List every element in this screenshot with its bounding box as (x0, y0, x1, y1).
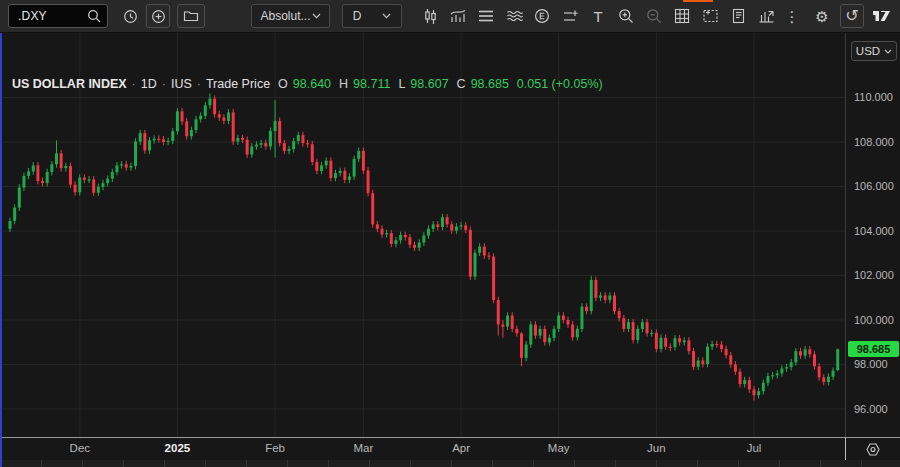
zoom-out-button[interactable] (640, 5, 668, 27)
tradingview-home-button[interactable] (870, 4, 894, 28)
zoom-in-button[interactable] (612, 5, 640, 27)
chart-settings-button[interactable]: ⚙ (810, 4, 834, 28)
chart-type-button[interactable] (416, 5, 444, 27)
snapshot-icon (702, 8, 719, 24)
open-layout-folder-button[interactable] (177, 4, 205, 28)
grid-layout-icon (674, 8, 690, 24)
chevron-down-icon (884, 49, 892, 54)
events-button[interactable] (528, 5, 556, 27)
hexagon-settings-icon (865, 442, 881, 457)
undo-button[interactable]: ↺ (840, 4, 864, 28)
price-tick-label: 100.000 (854, 314, 894, 326)
chart-legend[interactable]: US DOLLAR INDEX · 1D · IUS · Trade Price… (12, 77, 603, 91)
legend-separator: · (197, 77, 201, 91)
stacked-lines-icon (478, 9, 494, 23)
high-label: H (339, 77, 348, 91)
add-symbol-button[interactable] (146, 4, 170, 28)
time-tick-label: Apr (452, 442, 470, 454)
low-value: 98.607 (410, 77, 448, 91)
kebab-menu-icon: ⋮ (785, 9, 800, 24)
open-label: O (278, 77, 288, 91)
close-label: C (457, 77, 466, 91)
zoom-in-icon (618, 8, 634, 24)
left-edge-accent-line (0, 33, 2, 467)
high-value: 98.711 (353, 77, 390, 91)
bar-replay-clock-button[interactable] (118, 4, 142, 28)
price-tick-label: 108.000 (854, 136, 894, 148)
search-icon (87, 9, 101, 23)
time-tick-label: Dec (70, 442, 90, 454)
symbol-search-box[interactable]: .DXY (8, 4, 108, 28)
snapshot-button[interactable] (696, 5, 724, 27)
tool-icon-group: T (416, 5, 780, 27)
candlestick-icon (422, 8, 439, 25)
price-tick-label: 106.000 (854, 180, 894, 192)
waves-pattern-button[interactable] (500, 5, 528, 27)
price-tick-label: 102.000 (854, 269, 894, 281)
symbol-text: .DXY (18, 9, 87, 23)
candlestick-chart-canvas[interactable] (0, 33, 845, 437)
more-options-button[interactable]: ⋮ (780, 4, 804, 28)
alert-button[interactable] (556, 5, 584, 27)
last-price-badge: 98.685 (848, 341, 899, 357)
legend-interval: 1D (141, 77, 157, 91)
legend-exchange: IUS (171, 77, 192, 91)
price-tick-label: 98.000 (854, 358, 888, 370)
folder-icon (183, 9, 199, 23)
price-tick-label: 104.000 (854, 225, 894, 237)
legend-series-type: Trade Price (206, 77, 270, 91)
indicators-icon (449, 8, 467, 24)
time-tick-label: 2025 (165, 442, 191, 454)
text-tool-button[interactable]: T (584, 5, 612, 27)
undo-icon: ↺ (845, 8, 858, 24)
tradingview-chart-window: .DXY Absolut... D (0, 0, 900, 467)
time-tick-label: Jul (747, 442, 762, 454)
chevron-down-icon (312, 13, 321, 19)
time-tick-label: Feb (265, 442, 285, 454)
chart-export-icon (758, 8, 775, 24)
price-tick-label: 110.000 (854, 91, 893, 103)
clock-icon (123, 9, 138, 24)
layout-lines-button[interactable] (472, 5, 500, 27)
time-axis[interactable]: Dec2025FebMarAprMayJunJul (0, 437, 845, 460)
time-tick-label: Jun (647, 442, 666, 454)
open-value: 98.640 (293, 77, 331, 91)
tradingview-logo (872, 9, 892, 23)
currency-label: USD (856, 45, 880, 57)
price-axis[interactable]: USD 110.000108.000106.000104.000102.0001… (845, 33, 900, 437)
axis-settings-corner[interactable] (845, 437, 900, 460)
waves-icon (506, 9, 523, 23)
multichart-layout-button[interactable] (668, 5, 696, 27)
low-label: L (398, 77, 405, 91)
publish-idea-button[interactable] (724, 5, 752, 27)
top-toolbar: .DXY Absolut... D (0, 0, 900, 33)
legend-separator: · (132, 77, 136, 91)
price-tick-label: 96.000 (854, 403, 888, 415)
chevron-down-icon (382, 13, 391, 19)
time-tick-label: Mar (353, 442, 373, 454)
loading-indicator (683, 0, 713, 2)
bottom-strip (0, 460, 900, 467)
legend-separator: · (162, 77, 166, 91)
zoom-out-icon (646, 8, 662, 24)
notebook-icon (731, 8, 746, 24)
legend-symbol-title: US DOLLAR INDEX (12, 77, 127, 91)
alert-lines-icon (562, 9, 579, 24)
plus-circle-icon (151, 9, 166, 24)
close-value: 98.685 (471, 77, 509, 91)
indicators-button[interactable] (444, 5, 472, 27)
change-value: 0.051 (+0.05%) (517, 77, 603, 91)
template-dropdown-label: Absolut... (260, 9, 310, 23)
gear-icon: ⚙ (815, 9, 828, 24)
template-dropdown[interactable]: Absolut... (251, 4, 329, 28)
circled-e-icon (534, 8, 550, 24)
interval-dropdown[interactable]: D (342, 4, 402, 28)
interval-dropdown-label: D (353, 9, 362, 23)
time-tick-label: May (548, 442, 570, 454)
toolbar-right-group: ⋮ ⚙ ↺ (780, 4, 894, 28)
export-chart-button[interactable] (752, 5, 780, 27)
chart-pane[interactable]: US DOLLAR INDEX · 1D · IUS · Trade Price… (0, 33, 845, 437)
text-tool-icon: T (593, 9, 602, 24)
currency-dropdown[interactable]: USD (851, 41, 897, 61)
